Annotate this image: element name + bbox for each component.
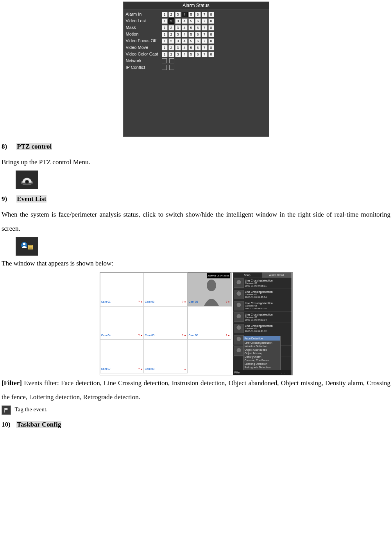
alarm-channel-cell[interactable]: 6: [195, 52, 201, 57]
filter-option[interactable]: Face Detection: [243, 336, 280, 341]
alarm-channel-cell[interactable]: 2: [168, 38, 174, 44]
alarm-channel-cell[interactable]: 4: [182, 45, 188, 50]
camera-status-icon: ●: [184, 366, 186, 372]
alarm-channel-cell[interactable]: 5: [188, 45, 194, 50]
alarm-channel-cell[interactable]: 5: [188, 12, 194, 17]
camera-label: Cam 06: [189, 333, 199, 339]
alarm-checkbox[interactable]: [169, 65, 174, 70]
alarm-channel-cell[interactable]: 5: [188, 18, 194, 24]
filter-option[interactable]: Object Abandoned: [245, 348, 279, 352]
event-list-item[interactable]: Line CrossingdetectionCamera: 082000-01-…: [233, 289, 292, 300]
alarm-channel-cell[interactable]: 1: [162, 45, 168, 50]
section-10-heading: 10) Taskbar Config: [2, 419, 390, 431]
alarm-channel-cell[interactable]: 4: [182, 52, 188, 57]
filter-popup[interactable]: Face DetectionLine CrossingdetectionIntr…: [243, 336, 281, 370]
alarm-channel-cell[interactable]: 2: [168, 25, 174, 30]
alarm-channel-cell[interactable]: 5: [188, 32, 194, 37]
svg-point-4: [23, 243, 25, 245]
alarm-channel-cell[interactable]: 3: [175, 52, 181, 57]
alarm-channel-cell[interactable]: 6: [195, 32, 201, 37]
alarm-channel-cell[interactable]: 3: [175, 12, 181, 17]
alarm-channel-cell[interactable]: 7: [202, 38, 208, 44]
flag-icon[interactable]: [2, 405, 11, 415]
alarm-channel-cell[interactable]: 4: [182, 25, 188, 30]
camera-cell[interactable]: Cam 04? ●: [100, 306, 144, 340]
alarm-channel-cell[interactable]: 1: [162, 12, 168, 17]
event-list-item[interactable]: Line CrossingdetectionCamera: 082000-01-…: [233, 300, 292, 312]
filter-option[interactable]: Object Missing: [245, 352, 279, 355]
camera-status-icon: ? ●: [182, 333, 186, 339]
alarm-channel-cell[interactable]: 1: [162, 38, 168, 44]
alarm-channel-cell[interactable]: 8: [208, 12, 214, 17]
alarm-channel-cell[interactable]: 6: [195, 12, 201, 17]
alarm-channel-cell[interactable]: 1: [162, 25, 168, 30]
camera-cell[interactable]: Cam 08●: [144, 340, 188, 373]
alarm-channel-cell[interactable]: 2: [168, 32, 174, 37]
alarm-channel-cell[interactable]: 4: [182, 38, 188, 44]
alarm-channel-cell[interactable]: 7: [202, 25, 208, 30]
alarm-channel-cell[interactable]: 5: [188, 52, 194, 57]
filter-option[interactable]: Retrograde Detection: [245, 366, 279, 369]
alarm-channel-cell[interactable]: 7: [202, 52, 208, 57]
filter-bar[interactable]: Filter . . .: [233, 370, 292, 375]
alarm-channel-cell[interactable]: 4: [182, 12, 188, 17]
filter-option[interactable]: Density Alarm: [245, 355, 279, 359]
tab-alarm-detail[interactable]: Alarm Detail: [262, 273, 292, 278]
alarm-channel-cell[interactable]: 6: [195, 38, 201, 44]
alarm-channel-cell[interactable]: 7: [202, 45, 208, 50]
alarm-channel-cell[interactable]: 1: [162, 18, 168, 24]
filter-option[interactable]: Intrusion Detection: [245, 344, 279, 348]
alarm-channel-cell[interactable]: 4: [182, 32, 188, 37]
alarm-channel-cell[interactable]: 7: [202, 18, 208, 24]
camera-cell[interactable]: Cam 03? ●2000-01-05 04:35:25: [188, 273, 231, 306]
camera-cell[interactable]: Cam 06? ●: [188, 306, 231, 340]
alarm-channel-cell[interactable]: 3: [175, 18, 181, 24]
alarm-channel-cell[interactable]: 1: [162, 52, 168, 57]
event-item-text: Line CrossingdetectionCamera: 082000-01-…: [245, 302, 273, 310]
filter-option[interactable]: Crossing The Fence: [245, 359, 279, 362]
camera-cell[interactable]: Cam 07? ●: [100, 340, 144, 373]
alarm-channel-cell[interactable]: 3: [175, 38, 181, 44]
alarm-checkbox[interactable]: [169, 58, 174, 63]
camera-cell[interactable]: Cam 01? ●: [100, 273, 144, 306]
event-list-item[interactable]: Line CrossingdetectionCamera: 082000-01-…: [233, 323, 292, 334]
alarm-channel-cell[interactable]: 7: [202, 32, 208, 37]
tab-snap[interactable]: Snap: [233, 273, 262, 278]
alarm-channel-cell[interactable]: 8: [208, 52, 214, 57]
event-list-item[interactable]: Line CrossingdetectionCamera: 082000-01-…: [233, 278, 292, 289]
alarm-channel-cell[interactable]: 6: [195, 25, 201, 30]
event-list-icon[interactable]: [16, 237, 38, 256]
filter-option[interactable]: Line Crossingdetection: [245, 341, 279, 344]
camera-timestamp: 2000-01-05 04:35:25: [207, 273, 230, 278]
alarm-channel-cell[interactable]: 8: [208, 32, 214, 37]
alarm-row-label: IP Conflict: [126, 63, 162, 72]
alarm-channel-cell[interactable]: 2: [168, 12, 174, 17]
alarm-channel-cell[interactable]: 3: [175, 25, 181, 30]
event-item-text: Line CrossingdetectionCamera: 082000-01-…: [245, 313, 273, 321]
alarm-channel-cell[interactable]: 2: [168, 52, 174, 57]
alarm-channel-cell[interactable]: 7: [202, 12, 208, 17]
alarm-channel-cell[interactable]: 4: [182, 18, 188, 24]
filter-option[interactable]: Loitering Detection: [245, 362, 279, 366]
alarm-channel-cell[interactable]: 8: [208, 25, 214, 30]
event-thumbnail: [234, 290, 244, 299]
camera-cell[interactable]: Cam 05? ●: [144, 306, 188, 340]
alarm-checkbox[interactable]: [162, 58, 167, 63]
alarm-channel-cell[interactable]: 3: [175, 45, 181, 50]
alarm-channel-cell[interactable]: 6: [195, 45, 201, 50]
alarm-channel-cell[interactable]: 2: [168, 18, 174, 24]
alarm-channel-cell[interactable]: 8: [208, 38, 214, 44]
camera-label: Cam 03: [189, 299, 199, 305]
alarm-channel-cell[interactable]: 1: [162, 32, 168, 37]
alarm-channel-cell[interactable]: 8: [208, 45, 214, 50]
alarm-channel-cell[interactable]: 3: [175, 32, 181, 37]
alarm-channel-cell[interactable]: 5: [188, 38, 194, 44]
alarm-channel-cell[interactable]: 8: [208, 18, 214, 24]
alarm-channel-cell[interactable]: 2: [168, 45, 174, 50]
ptz-control-icon[interactable]: [16, 170, 38, 189]
alarm-channel-cell[interactable]: 6: [195, 18, 201, 24]
camera-cell[interactable]: Cam 02? ●: [144, 273, 188, 306]
event-list-item[interactable]: Line CrossingdetectionCamera: 082000-01-…: [233, 312, 292, 323]
alarm-channel-cell[interactable]: 5: [188, 25, 194, 30]
alarm-checkbox[interactable]: [162, 65, 167, 70]
